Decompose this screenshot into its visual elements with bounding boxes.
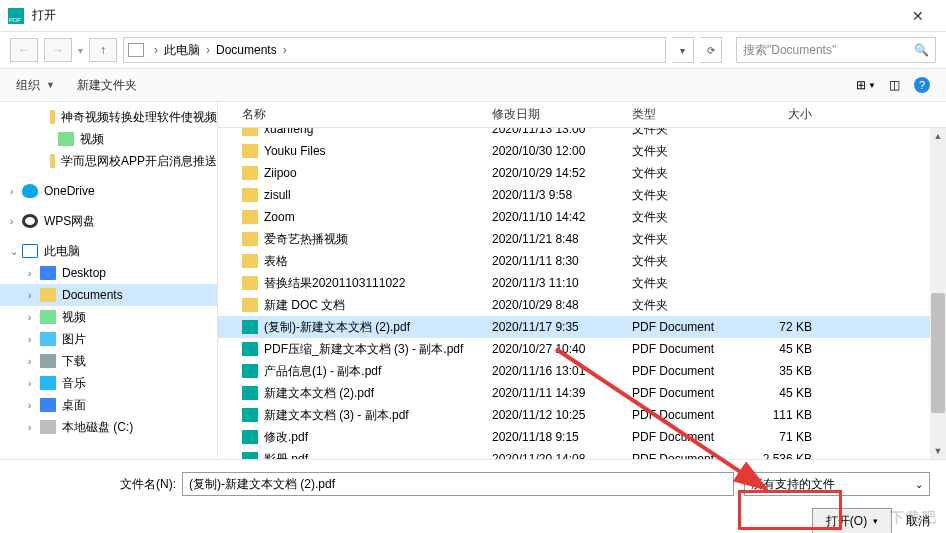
forward-button[interactable]: →: [44, 38, 72, 62]
expand-icon[interactable]: ›: [28, 290, 40, 301]
file-row[interactable]: 爱奇艺热播视频2020/11/21 8:48文件夹: [218, 228, 946, 250]
file-list[interactable]: xuanfeng2020/11/13 13:00文件夹Youku Files20…: [218, 128, 946, 459]
file-row[interactable]: xuanfeng2020/11/13 13:00文件夹: [218, 128, 946, 140]
pdf-icon: [242, 408, 258, 422]
body: 神奇视频转换处理软件使视频视频学而思网校APP开启消息推送›OneDrive›W…: [0, 102, 946, 459]
tree-item[interactable]: ›WPS网盘: [0, 210, 217, 232]
tree-item-label: 视频: [62, 309, 86, 326]
tree-item[interactable]: ›音乐: [0, 372, 217, 394]
up-button[interactable]: ↑: [89, 38, 117, 62]
expand-icon[interactable]: ›: [10, 186, 22, 197]
folder-tree[interactable]: 神奇视频转换处理软件使视频视频学而思网校APP开启消息推送›OneDrive›W…: [0, 102, 218, 459]
expand-icon[interactable]: ⌄: [10, 246, 22, 257]
col-type-header[interactable]: 类型: [632, 106, 752, 123]
expand-icon[interactable]: ›: [28, 378, 40, 389]
file-type: PDF Document: [632, 430, 752, 444]
breadcrumb[interactable]: › 此电脑 › Documents ›: [123, 37, 666, 63]
tree-item[interactable]: ›本地磁盘 (C:): [0, 416, 217, 438]
file-type: 文件夹: [632, 128, 752, 138]
pic-icon: [40, 332, 56, 346]
vid-icon: [40, 310, 56, 324]
file-date: 2020/11/16 13:01: [492, 364, 632, 378]
file-date: 2020/11/11 8:30: [492, 254, 632, 268]
search-input[interactable]: 搜索"Documents" 🔍: [736, 37, 936, 63]
tree-item[interactable]: 学而思网校APP开启消息推送: [0, 150, 217, 172]
filetype-select[interactable]: 所有支持的文件 ⌄: [744, 472, 930, 496]
file-name: 新建 DOC 文档: [264, 297, 345, 314]
column-header[interactable]: 名称 修改日期 类型 大小: [218, 102, 946, 128]
desktop-icon: [40, 266, 56, 280]
scroll-down-icon[interactable]: ▼: [930, 443, 946, 459]
file-size: 72 KB: [752, 320, 832, 334]
recent-dropdown-icon[interactable]: ▾: [78, 45, 83, 56]
file-row[interactable]: 新建文本文档 (2).pdf2020/11/11 14:39PDF Docume…: [218, 382, 946, 404]
file-row[interactable]: 新建 DOC 文档2020/10/29 8:48文件夹: [218, 294, 946, 316]
expand-icon[interactable]: ›: [28, 356, 40, 367]
open-button[interactable]: 打开(O) ▾: [812, 508, 892, 533]
tree-item[interactable]: ›Documents: [0, 284, 217, 306]
help-button[interactable]: ?: [910, 75, 934, 95]
expand-icon[interactable]: ›: [28, 312, 40, 323]
expand-icon[interactable]: ›: [10, 216, 22, 227]
organize-button[interactable]: 组织: [12, 77, 44, 94]
breadcrumb-folder[interactable]: Documents: [216, 43, 277, 57]
drive-icon: [40, 420, 56, 434]
scroll-thumb[interactable]: [931, 293, 945, 413]
col-size-header[interactable]: 大小: [752, 106, 832, 123]
file-row[interactable]: Ziipoo2020/10/29 14:52文件夹: [218, 162, 946, 184]
expand-icon[interactable]: ›: [28, 268, 40, 279]
file-row[interactable]: 新建文本文档 (3) - 副本.pdf2020/11/12 10:25PDF D…: [218, 404, 946, 426]
tree-item[interactable]: ›图片: [0, 328, 217, 350]
file-row[interactable]: 影册.pdf2020/11/20 14:08PDF Document2,536 …: [218, 448, 946, 459]
filename-input[interactable]: [182, 472, 734, 496]
tree-item[interactable]: 神奇视频转换处理软件使视频: [0, 106, 217, 128]
tree-item[interactable]: ›桌面: [0, 394, 217, 416]
file-row[interactable]: (复制)-新建文本文档 (2).pdf2020/11/17 9:35PDF Do…: [218, 316, 946, 338]
open-split-dropdown-icon[interactable]: ▾: [873, 516, 878, 526]
search-icon[interactable]: 🔍: [914, 43, 929, 57]
navbar: ← → ▾ ↑ › 此电脑 › Documents › ▾ ⟳ 搜索"Docum…: [0, 32, 946, 68]
tree-item[interactable]: ›下载: [0, 350, 217, 372]
file-name: 新建文本文档 (2).pdf: [264, 385, 374, 402]
file-row[interactable]: 产品信息(1) - 副本.pdf2020/11/16 13:01PDF Docu…: [218, 360, 946, 382]
tree-item[interactable]: ›Desktop: [0, 262, 217, 284]
file-row[interactable]: Zoom2020/11/10 14:42文件夹: [218, 206, 946, 228]
expand-icon[interactable]: ›: [28, 400, 40, 411]
back-button[interactable]: ←: [10, 38, 38, 62]
file-row[interactable]: 表格2020/11/11 8:30文件夹: [218, 250, 946, 272]
file-row[interactable]: PDF压缩_新建文本文档 (3) - 副本.pdf2020/10/27 10:4…: [218, 338, 946, 360]
file-date: 2020/11/11 14:39: [492, 386, 632, 400]
tree-item[interactable]: ⌄此电脑: [0, 240, 217, 262]
preview-pane-icon[interactable]: ◫: [882, 75, 906, 95]
tree-item[interactable]: ›OneDrive: [0, 180, 217, 202]
tree-item-label: 桌面: [62, 397, 86, 414]
col-name-header[interactable]: 名称: [242, 106, 492, 123]
pdf-icon: [242, 320, 258, 334]
scrollbar[interactable]: ▲ ▼: [930, 128, 946, 459]
new-folder-button[interactable]: 新建文件夹: [73, 77, 141, 94]
tree-item[interactable]: 视频: [0, 128, 217, 150]
file-type: PDF Document: [632, 452, 752, 459]
file-row[interactable]: 修改.pdf2020/11/18 9:15PDF Document71 KB: [218, 426, 946, 448]
expand-icon[interactable]: ›: [28, 422, 40, 433]
scroll-up-icon[interactable]: ▲: [930, 128, 946, 144]
file-pane: 名称 修改日期 类型 大小 xuanfeng2020/11/13 13:00文件…: [218, 102, 946, 459]
file-row[interactable]: 替换结果202011031110222020/11/3 11:10文件夹: [218, 272, 946, 294]
view-options-icon[interactable]: ⊞▼: [854, 75, 878, 95]
pc-icon: [128, 43, 144, 57]
expand-icon[interactable]: ›: [28, 334, 40, 345]
close-icon[interactable]: ✕: [898, 8, 938, 24]
organize-dropdown-icon[interactable]: ▼: [46, 80, 55, 90]
refresh-button[interactable]: ⟳: [700, 37, 722, 63]
folder-icon: [242, 232, 258, 246]
breadcrumb-root[interactable]: 此电脑: [164, 42, 200, 59]
file-date: 2020/11/21 8:48: [492, 232, 632, 246]
file-row[interactable]: Youku Files2020/10/30 12:00文件夹: [218, 140, 946, 162]
col-date-header[interactable]: 修改日期: [492, 106, 632, 123]
folder-icon: [242, 210, 258, 224]
file-name: Youku Files: [264, 144, 326, 158]
tree-item[interactable]: ›视频: [0, 306, 217, 328]
file-row[interactable]: zisull2020/11/3 9:58文件夹: [218, 184, 946, 206]
folder-icon: [242, 276, 258, 290]
breadcrumb-dropdown-icon[interactable]: ▾: [672, 37, 694, 63]
